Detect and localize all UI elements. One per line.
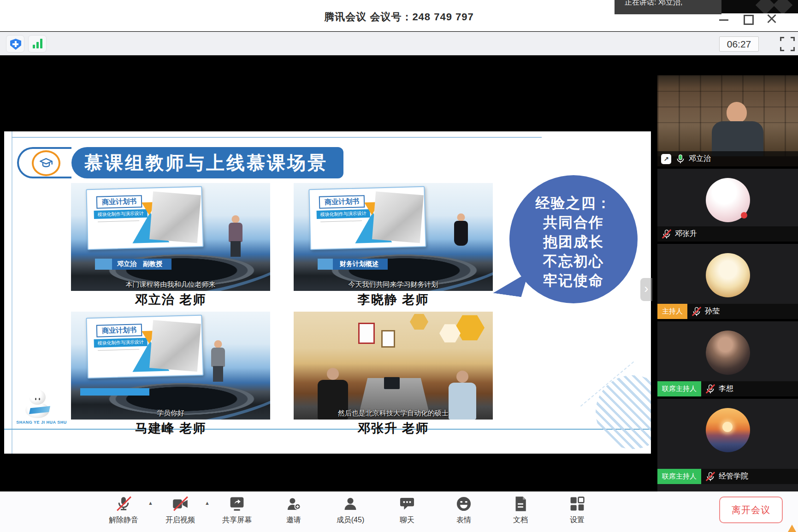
invite-icon <box>285 496 302 512</box>
slide-heading: 慕课组教师与上线慕课场景 <box>17 147 343 178</box>
mascot-caption: SHANG YE JI HUA SHU <box>16 420 67 425</box>
wall-frame <box>381 330 395 348</box>
speaking-tooltip: 正在讲话: 邓立治, <box>615 0 721 14</box>
unmute-button[interactable]: ▲ 解除静音 <box>98 494 149 525</box>
slide-left-rule <box>12 131 12 454</box>
heading-text: 慕课组教师与上线慕课场景 <box>71 150 328 176</box>
participant-name: 邓立治 <box>689 154 711 164</box>
participant-tile[interactable]: 联席主持人 经管学院 <box>657 399 798 491</box>
teacher-caption: 邓立治 老师 <box>71 291 270 308</box>
studio-scene: 商业计划书 模块化制作与演示设计 邓立治 副教授 本门课程将由我和几位老师来 <box>71 183 270 291</box>
emoji-button[interactable]: 表情 <box>438 494 490 525</box>
graduation-cap-icon <box>32 150 60 176</box>
maximize-button[interactable] <box>742 13 754 25</box>
mini-slide: 商业计划书 模块化制作与演示设计 <box>86 186 203 250</box>
corner-overlay <box>721 0 798 13</box>
start-video-button[interactable]: ▲ 开启视频 <box>154 494 206 525</box>
presenter-figure <box>453 213 469 260</box>
members-icon <box>342 496 359 512</box>
video-subtitle: 然后也是北京科技大学自动化的硕士 <box>294 409 493 418</box>
diamond-shape <box>773 0 792 13</box>
speech-bubble: 经验之四： 共同合作 抱团成长 不忘初心 牢记使命 <box>509 175 638 303</box>
video-options-caret[interactable]: ▲ <box>205 500 210 506</box>
screen-sharing-icon: ↗ <box>661 154 671 164</box>
participant-tile-video[interactable]: ↗ 邓立治 <box>657 75 798 166</box>
mic-off-icon <box>115 496 132 512</box>
chat-button[interactable]: 聊天 <box>381 494 433 525</box>
shield-icon <box>10 39 21 50</box>
interview-scene: 然后也是北京科技大学自动化的硕士 <box>294 312 493 420</box>
avatar <box>706 331 750 375</box>
studio-scene: 商业计划书 模块化制作与演示设计 学员你好 <box>71 312 270 420</box>
mini-slide-title: 商业计划书 <box>96 195 142 209</box>
meeting-security-button[interactable] <box>6 35 24 53</box>
invite-button[interactable]: 邀请 <box>268 494 319 525</box>
meeting-timer: 06:27 <box>719 36 759 52</box>
participant-name: 经管学院 <box>719 472 748 481</box>
members-button[interactable]: 成员(45) <box>325 494 376 525</box>
participant-tile[interactable]: 邓张升 <box>657 169 798 242</box>
chat-icon <box>399 496 415 512</box>
hexagon-logo <box>410 313 428 330</box>
emoji-icon <box>455 496 472 512</box>
video-subtitle: 本门课程将由我和几位老师来 <box>71 280 270 289</box>
mic-options-caret[interactable]: ▲ <box>148 500 153 506</box>
pen-cursor-decoration <box>788 525 796 532</box>
fullscreen-button[interactable] <box>780 37 795 51</box>
status-toolbar: 06:27 <box>0 32 798 55</box>
wall-frame <box>358 323 375 344</box>
sidebar-collapse-button[interactable]: › <box>640 278 652 301</box>
settings-button[interactable]: 设置 <box>551 494 603 525</box>
laptop <box>384 377 400 389</box>
close-button[interactable] <box>766 13 778 25</box>
mic-muted-icon <box>662 229 671 239</box>
participant-name: 孙莹 <box>705 307 720 316</box>
video-thumbnail-1: 商业计划书 模块化制作与演示设计 邓立治 副教授 本门课程将由我和几位老师来 <box>71 183 270 291</box>
docs-button[interactable]: 文档 <box>495 494 546 525</box>
video-thumbnail-2: 商业计划书 模块化制作与演示设计 财务计划概述 今天我们共同来学习财务计划 <box>294 183 493 291</box>
participant-namebar: 联席主持人 经管学院 <box>657 469 798 484</box>
heading-bar: 慕课组教师与上线慕课场景 <box>71 147 343 178</box>
teacher-caption: 邓张升 老师 <box>294 420 493 437</box>
mascot-figure: SHANG YE JI HUA SHU <box>16 390 67 429</box>
participant-namebar: ↗ 邓立治 <box>657 151 798 166</box>
speech-bubble-text: 经验之四： 共同合作 抱团成长 不忘初心 牢记使命 <box>509 194 638 290</box>
hexagon-logo <box>455 314 485 341</box>
mic-muted-icon <box>706 472 715 482</box>
diamond-shape <box>756 0 775 13</box>
mic-on-icon <box>676 154 685 164</box>
participant-namebar: 邓张升 <box>657 226 798 242</box>
video-subtitle: 今天我们共同来学习财务计划 <box>294 280 493 289</box>
lower-third: 财务计划概述 <box>318 259 388 270</box>
participant-tile[interactable]: 主持人 孙莹 <box>657 244 798 319</box>
avatar <box>706 408 750 452</box>
document-icon <box>512 496 529 512</box>
video-subtitle: 学员你好 <box>71 409 270 418</box>
avatar <box>706 253 750 297</box>
presenter-figure <box>228 215 243 260</box>
speaking-tooltip-text: 正在讲话: 邓立治, <box>615 0 721 8</box>
participant-tile[interactable]: 联席主持人 李想 <box>657 321 798 396</box>
main-region: 慕课组教师与上线慕课场景 商业计划书 模块化制作与演示设计 <box>0 55 798 491</box>
camera-off-icon <box>172 496 189 512</box>
host-badge: 主持人 <box>657 304 687 319</box>
participant-name: 邓张升 <box>675 229 697 239</box>
participants-sidebar: ↗ 邓立治 <box>657 55 798 491</box>
leave-meeting-button[interactable]: 离开会议 <box>719 497 783 523</box>
presentation-slide: 慕课组教师与上线慕课场景 商业计划书 模块化制作与演示设计 <box>4 131 651 454</box>
teacher-caption: 李晓静 老师 <box>294 291 493 308</box>
lower-third: 邓立治 副教授 <box>95 259 171 270</box>
slide-top-rule <box>12 137 542 138</box>
mic-muted-icon <box>706 384 715 394</box>
mic-muted-icon <box>692 307 701 317</box>
tencent-meeting-window: 腾讯会议 会议号：248 749 797 正在讲话: 邓立治, 06:27 <box>0 0 798 532</box>
teacher-caption: 马建峰 老师 <box>71 420 270 437</box>
settings-grid-icon <box>569 496 585 512</box>
participant-namebar: 主持人 孙莹 <box>657 304 798 319</box>
heading-icon-plate <box>17 147 71 178</box>
minimize-button[interactable] <box>718 13 730 25</box>
share-screen-button[interactable]: 共享屏幕 <box>211 494 263 525</box>
video-thumbnail-3: 商业计划书 模块化制作与演示设计 学员你好 <box>71 312 270 420</box>
network-quality-button[interactable] <box>28 35 47 53</box>
studio-scene: 商业计划书 模块化制作与演示设计 财务计划概述 今天我们共同来学习财务计划 <box>294 183 493 291</box>
